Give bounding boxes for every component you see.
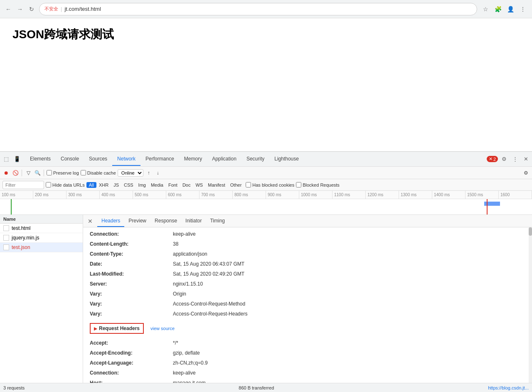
header-value: gzip, deflate: [173, 349, 200, 357]
blocked-cookies-checkbox[interactable]: Has blocked cookies: [246, 182, 294, 187]
scroll-thumb[interactable]: [529, 227, 532, 236]
account-button[interactable]: 👤: [505, 4, 515, 14]
tick-800ms: 800 ms: [233, 191, 266, 199]
network-settings-icon[interactable]: ⚙: [522, 169, 530, 177]
tab-network[interactable]: Network: [112, 153, 140, 166]
filter-icon[interactable]: ▽: [25, 169, 32, 177]
tick-700ms: 700 ms: [200, 191, 233, 199]
hide-data-urls-checkbox[interactable]: Hide data URLs: [46, 182, 85, 187]
tab-performance[interactable]: Performance: [140, 153, 179, 166]
tick-900ms: 900 ms: [266, 191, 299, 199]
reload-button[interactable]: ↻: [27, 5, 36, 13]
list-item[interactable]: jquery.min.js: [0, 233, 83, 243]
disable-cache-checkbox[interactable]: Disable cache: [81, 170, 116, 175]
detail-tab-headers[interactable]: Headers: [97, 215, 124, 227]
filter-input[interactable]: [2, 181, 44, 189]
header-row: Connection: keep-alive: [83, 368, 532, 378]
search-icon[interactable]: 🔍: [34, 169, 41, 177]
filter-doc[interactable]: Doc: [180, 182, 193, 188]
tick-100ms: 100 ms: [0, 191, 33, 199]
list-item-selected[interactable]: test.json: [0, 243, 83, 252]
blocked-cookies-input[interactable]: [246, 182, 251, 187]
devtools-right-actions: ✕ 2 ⚙ ⋮ ✕: [487, 155, 530, 164]
menu-button[interactable]: ⋮: [518, 4, 528, 14]
filter-manifest[interactable]: Manifest: [205, 182, 228, 188]
header-row: Content-Length: 38: [83, 239, 532, 249]
devtools-settings-icon[interactable]: ⚙: [500, 155, 509, 164]
filter-js[interactable]: JS: [111, 182, 121, 188]
filter-img[interactable]: Img: [136, 182, 148, 188]
host-header-value: manage.jt.com: [173, 379, 206, 383]
back-button[interactable]: ←: [4, 5, 12, 13]
request-headers-section: ▶ Request Headers view source: [86, 321, 529, 335]
host-header-name: Host:: [90, 379, 173, 383]
extension-button[interactable]: 🧩: [493, 4, 503, 14]
filter-other[interactable]: Other: [228, 182, 244, 188]
devtools-main: Name test.html jquery.min.js test.json ✕…: [0, 215, 532, 383]
header-value: Sat, 15 Aug 2020 02:49:20 GMT: [173, 270, 244, 278]
disable-cache-input[interactable]: [81, 170, 86, 175]
tab-sources[interactable]: Sources: [84, 153, 112, 166]
header-row: Vary: Access-Control-Request-Headers: [83, 309, 532, 319]
request-headers-header[interactable]: ▶ Request Headers: [90, 323, 144, 334]
view-source-link[interactable]: view source: [150, 326, 175, 331]
request-headers-label: Request Headers: [99, 325, 140, 331]
inspect-element-icon[interactable]: ⬚: [2, 155, 11, 164]
filter-xhr[interactable]: XHR: [96, 182, 111, 188]
export-button[interactable]: ↓: [154, 169, 162, 177]
tab-lighthouse[interactable]: Lighthouse: [269, 153, 304, 166]
scrollbar[interactable]: [529, 227, 532, 383]
tab-console[interactable]: Console: [56, 153, 84, 166]
devtools-close-icon[interactable]: ✕: [521, 155, 530, 164]
header-value: nginx/1.15.10: [173, 280, 203, 288]
file-icon: [3, 225, 9, 231]
import-button[interactable]: ↑: [145, 169, 153, 177]
detail-tab-response[interactable]: Response: [150, 215, 181, 227]
detail-close-button[interactable]: ✕: [86, 217, 94, 225]
filter-font[interactable]: Font: [166, 182, 180, 188]
throttle-select[interactable]: Online: [118, 169, 143, 177]
header-value: 38: [173, 240, 178, 248]
tick-1400ms: 1400 ms: [432, 191, 466, 199]
tab-application[interactable]: Application: [207, 153, 241, 166]
file-icon: [3, 235, 9, 241]
tab-memory[interactable]: Memory: [179, 153, 207, 166]
filter-ws[interactable]: WS: [193, 182, 205, 188]
header-row: Vary: Origin: [83, 289, 532, 299]
tick-1600ms: 1600: [499, 191, 532, 199]
bookmark-button[interactable]: ☆: [480, 4, 490, 14]
blocked-requests-checkbox[interactable]: Blocked Requests: [296, 182, 340, 187]
device-toolbar-icon[interactable]: 📱: [12, 155, 22, 164]
filter-media[interactable]: Media: [148, 182, 166, 188]
devtools-more-icon[interactable]: ⋮: [510, 155, 520, 164]
collapse-icon: ▶: [94, 326, 97, 331]
list-item[interactable]: test.html: [0, 224, 83, 233]
header-name: Date:: [90, 260, 173, 268]
filter-all[interactable]: All: [86, 182, 96, 188]
record-button[interactable]: ⏺: [2, 169, 10, 177]
network-toolbar: ⏺ 🚫 ▽ 🔍 Preserve log Disable cache Onlin…: [0, 167, 532, 179]
header-value: Access-Control-Request-Method: [173, 300, 245, 308]
file-name-red: test.json: [12, 244, 30, 250]
tick-1200ms: 1200 ms: [366, 191, 399, 199]
tab-security[interactable]: Security: [241, 153, 269, 166]
filter-css[interactable]: CSS: [121, 182, 136, 188]
header-name: Accept-Encoding:: [90, 349, 173, 357]
tab-elements[interactable]: Elements: [25, 153, 56, 166]
header-row: Connection: keep-alive: [83, 229, 532, 239]
timeline-bar-area: [0, 199, 532, 214]
detail-tab-timing[interactable]: Timing: [206, 215, 229, 227]
header-name: Accept:: [90, 339, 173, 347]
preserve-log-checkbox[interactable]: Preserve log: [47, 170, 79, 175]
detail-tab-preview[interactable]: Preview: [124, 215, 150, 227]
header-row: Accept-Encoding: gzip, deflate: [83, 348, 532, 358]
url-display: jt.com/test.html: [64, 6, 101, 12]
detail-tab-initiator[interactable]: Initiator: [181, 215, 206, 227]
hide-data-urls-input[interactable]: [46, 182, 51, 187]
forward-button[interactable]: →: [16, 5, 24, 13]
preserve-log-input[interactable]: [47, 170, 52, 175]
blocked-requests-input[interactable]: [296, 182, 301, 187]
clear-button[interactable]: 🚫: [12, 169, 19, 177]
address-bar[interactable]: 不安全 | jt.com/test.html: [39, 3, 477, 15]
header-name: Content-Length:: [90, 240, 173, 248]
